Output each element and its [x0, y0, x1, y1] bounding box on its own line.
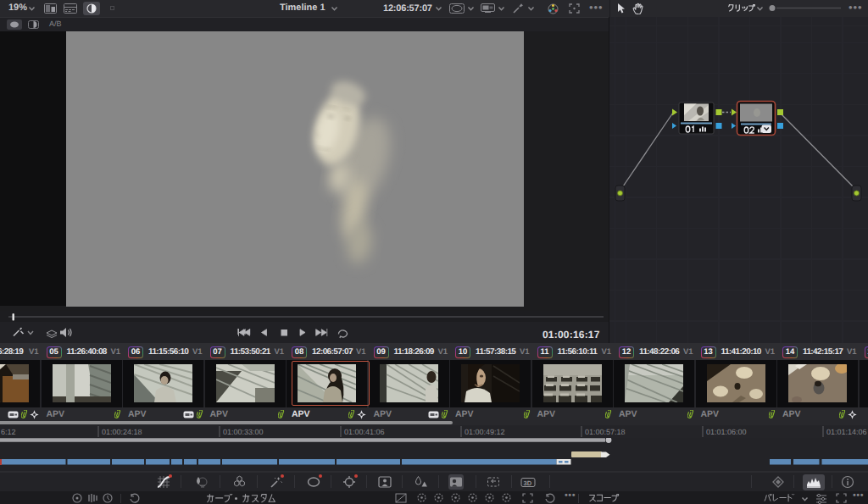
- svg-text:3D: 3D: [524, 479, 532, 487]
